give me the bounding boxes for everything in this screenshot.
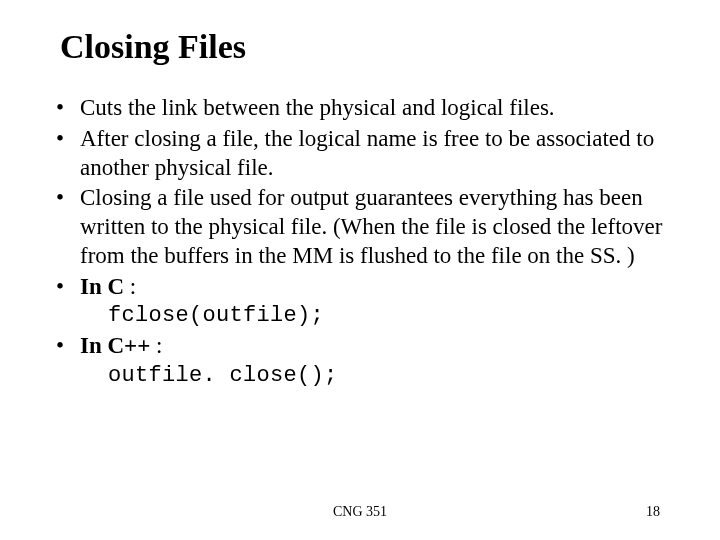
bullet-label-suffix: :: [150, 333, 162, 358]
bullet-item: In C++ :: [48, 332, 672, 361]
bullet-item: After closing a file, the logical name i…: [48, 125, 672, 183]
code-line-cpp: outfile. close();: [48, 363, 672, 388]
bullet-list: Cuts the link between the physical and l…: [48, 94, 672, 301]
bullet-label-suffix: :: [124, 274, 136, 299]
bullet-label-bold: In C++: [80, 333, 150, 358]
footer-page-number: 18: [646, 504, 660, 520]
footer-course-code: CNG 351: [333, 504, 387, 520]
bullet-item: Closing a file used for output guarantee…: [48, 184, 672, 270]
code-line-c: fclose(outfile);: [48, 303, 672, 328]
bullet-label-bold: In C: [80, 274, 124, 299]
slide-title: Closing Files: [60, 28, 672, 66]
bullet-item: Cuts the link between the physical and l…: [48, 94, 672, 123]
bullet-item: In C :: [48, 273, 672, 302]
bullet-list: In C++ :: [48, 332, 672, 361]
